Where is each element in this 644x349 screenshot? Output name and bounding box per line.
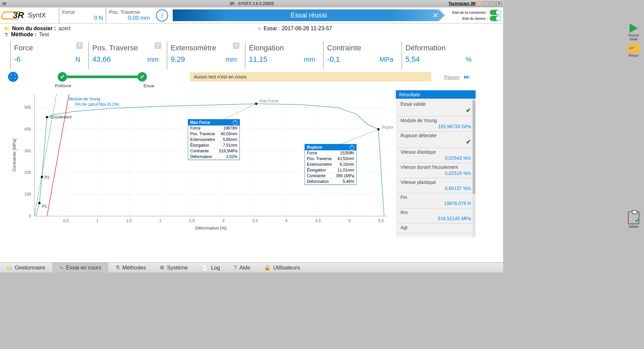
- card-value: -0,1: [327, 55, 340, 64]
- result-name: Essai valide: [400, 101, 471, 107]
- tooltip-row: Extensomètre5,65mm: [188, 137, 239, 143]
- result-name: Vitesse plastique: [400, 180, 471, 185]
- skip-button[interactable]: Passer: [444, 74, 460, 80]
- card-extensom-tre: TExtensomètre9,29mm: [167, 42, 241, 69]
- nav-aide-label: Aide: [239, 265, 250, 271]
- step-label-preforce: Préforce: [53, 83, 73, 88]
- svg-line-48: [337, 129, 379, 146]
- gear-icon: ⚙: [160, 264, 164, 271]
- content-row: 01002003004005000,511,522,533,544,555,5P…: [4, 90, 499, 237]
- card-name: Pos. Traverse: [92, 44, 158, 52]
- minimize-button[interactable]: –: [483, 1, 488, 6]
- result-item: Agt: [397, 223, 474, 233]
- nav-systeme-label: Système: [167, 265, 188, 271]
- svg-text:3: 3: [222, 218, 225, 223]
- info-icon[interactable]: i: [156, 9, 168, 21]
- card-name: Extensomètre: [171, 44, 237, 52]
- folder-icon: 📁: [4, 26, 9, 31]
- nav-essai-label: Essai en cours: [66, 265, 101, 271]
- device-toggle[interactable]: [490, 16, 501, 21]
- manager-icon: 🗂: [7, 265, 12, 271]
- step-preforce-node: ✔: [58, 72, 67, 82]
- result-item: Vitesse élastique0,02543 %/s: [397, 148, 474, 163]
- connection-toggle[interactable]: [490, 10, 501, 15]
- results-scrollbar[interactable]: [472, 99, 476, 237]
- card-contrainte: Contrainte-0,1MPa: [323, 42, 398, 69]
- svg-text:100: 100: [24, 192, 31, 197]
- nav-systeme[interactable]: ⚙Système: [153, 263, 195, 272]
- tooltip-title: Max Force: [190, 120, 210, 125]
- tooltip-row: Déformation3,52%: [188, 154, 239, 160]
- card-unit: %: [466, 56, 472, 63]
- svg-point-36: [38, 202, 41, 204]
- collapse-icon[interactable]: ⌃: [350, 145, 354, 150]
- collapse-icon[interactable]: ⌃: [233, 120, 237, 125]
- svg-text:Module de Young: Module de Young: [69, 97, 100, 101]
- mini-pos-label: Pos. Traverse: [109, 9, 150, 15]
- folder-label: Nom du dossier :: [12, 26, 56, 32]
- result-item: Essai valide✔: [397, 100, 474, 116]
- svg-text:Max Force: Max Force: [260, 99, 279, 103]
- logo-block: 3R SyntX: [0, 7, 59, 23]
- mini-force-value: 0 N: [62, 15, 103, 21]
- chart-pane[interactable]: 01002003004005000,511,522,533,544,555,5P…: [4, 90, 393, 237]
- check-icon: ✔: [400, 107, 471, 114]
- card-d-formation: Déformation5,54%: [401, 42, 476, 69]
- svg-text:Fin de calcul Rpx (0.2%): Fin de calcul Rpx (0.2%): [75, 102, 119, 107]
- scrollbar-thumb[interactable]: [473, 100, 475, 194]
- card-name: Déformation: [406, 44, 472, 52]
- current-user-label[interactable]: Technicien 3R: [449, 1, 476, 6]
- nav-methodes-label: Méthodes: [122, 265, 146, 271]
- maximize-button[interactable]: □: [490, 1, 495, 6]
- expand-chart-button[interactable]: ⛶: [8, 72, 18, 82]
- banner-text: Essai réussi: [291, 11, 327, 19]
- wave-icon: ∿: [258, 26, 262, 31]
- connection-box: Etat de la connexion : Etat du device :: [446, 7, 503, 23]
- tare-badge[interactable]: T: [76, 42, 83, 49]
- svg-text:200: 200: [24, 170, 31, 175]
- result-value: 0,02543 %/s: [400, 155, 471, 161]
- status-message: Aucun test n'est en cours: [190, 72, 431, 82]
- nav-gestionnaire[interactable]: 🗂Gestionnaire: [0, 263, 52, 272]
- banner-close-icon[interactable]: ×: [433, 10, 438, 20]
- svg-text:Rupture: Rupture: [382, 125, 393, 130]
- nav-log-label: Log: [211, 265, 220, 271]
- tare-badge[interactable]: T: [233, 42, 239, 49]
- svg-text:0,5: 0,5: [63, 218, 69, 223]
- nav-log[interactable]: 📄Log: [195, 263, 227, 272]
- tare-badge[interactable]: T: [155, 42, 161, 49]
- flask-icon: ⚗: [4, 32, 8, 37]
- card-force: TForce-6N: [10, 42, 85, 69]
- tooltip-maxforce[interactable]: Max Force⌃Force19878NPos. Traverse40,03m…: [188, 119, 240, 160]
- tooltip-row: Élongation7,51mm: [188, 143, 239, 148]
- results-header: Résultats: [396, 90, 476, 99]
- result-value: 19878,075 N: [400, 201, 471, 206]
- svg-text:Déformation [%]: Déformation [%]: [195, 226, 226, 231]
- tooltip-row: Contrainte399,1MPa: [305, 173, 356, 179]
- essai-row: ∿ Essai : 2017-06-28 11-23-57: [258, 26, 332, 32]
- nav-methodes[interactable]: ⚗Méthodes: [108, 263, 153, 272]
- tooltip-rupture[interactable]: Rupture⌃Force15359NPos. Traverse43,53mmE…: [305, 144, 357, 185]
- svg-text:2,5: 2,5: [189, 218, 195, 223]
- svg-text:Ecoulement: Ecoulement: [50, 115, 72, 119]
- nav-aide[interactable]: ?Aide: [227, 263, 257, 272]
- mini-stat-pos: Pos. Traverse 0,00 mm: [106, 7, 153, 23]
- fast-forward-icon[interactable]: ⏭: [464, 73, 470, 81]
- tooltip-row: Force15359N: [305, 150, 356, 156]
- nav-gestionnaire-label: Gestionnaire: [15, 265, 45, 271]
- connection-label: Etat de la connexion :: [452, 10, 488, 14]
- step-essai-node: ✔: [138, 72, 147, 82]
- nav-essai-en-cours[interactable]: ∿Essai en cours: [52, 263, 108, 272]
- nav-utilisateurs-label: Utilisateurs: [273, 265, 300, 271]
- card-value: 9,29: [171, 55, 185, 64]
- result-item: Rm516,52145 MPa: [397, 208, 474, 223]
- svg-text:4,5: 4,5: [315, 218, 321, 223]
- nav-utilisateurs[interactable]: 🔒Utilisateurs: [257, 263, 307, 272]
- mini-pos-value: 0,00 mm: [109, 15, 150, 21]
- close-button[interactable]: ✕: [496, 1, 502, 6]
- card-pos-traverse: TPos. Traverse43,66mm: [88, 42, 163, 69]
- tooltip-title: Rupture: [307, 145, 322, 150]
- results-body[interactable]: Essai valide✔Module de Young165,96733 GP…: [396, 99, 476, 237]
- step-bar: ⛶ ✔ ✔ Aucun test n'est en cours Passer ⏭: [8, 72, 499, 82]
- card-value: 11,15: [249, 55, 267, 64]
